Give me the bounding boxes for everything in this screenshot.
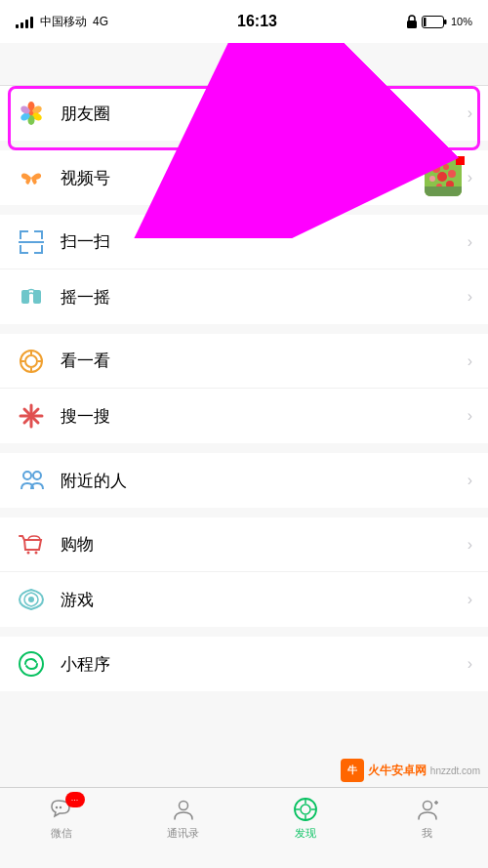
menu-item-miniprogram[interactable]: 小程序 › bbox=[0, 637, 488, 691]
nearby-icon bbox=[16, 465, 47, 496]
svg-point-13 bbox=[432, 165, 440, 173]
page-title: 发现 bbox=[227, 53, 261, 75]
menu-content: 朋友圈 › 视频号 bbox=[0, 86, 488, 787]
menu-group-nearby: 附近的人 › bbox=[0, 453, 488, 508]
carrier-label: 中国移动 bbox=[40, 14, 87, 30]
svg-point-49 bbox=[59, 806, 61, 808]
svg-point-48 bbox=[55, 806, 57, 808]
watermark-logo: 牛 bbox=[341, 759, 364, 782]
miniprogram-right: › bbox=[468, 655, 472, 673]
shopping-icon bbox=[16, 529, 47, 560]
menu-group-miniprogram: 小程序 › bbox=[0, 637, 488, 691]
network-label: 4G bbox=[93, 15, 108, 28]
look-chevron: › bbox=[468, 352, 472, 370]
look-icon bbox=[16, 346, 47, 377]
look-label: 看一看 bbox=[61, 350, 468, 372]
tab-bar: ··· 微信 通讯录 发现 bbox=[0, 787, 488, 868]
moments-icon bbox=[16, 98, 47, 129]
menu-item-scan[interactable]: 扫一扫 › bbox=[0, 215, 488, 269]
tab-item-me[interactable]: 我 bbox=[366, 796, 488, 841]
search-label: 搜一搜 bbox=[61, 405, 468, 428]
channels-icon bbox=[16, 162, 47, 193]
tab-item-discover[interactable]: 发现 bbox=[244, 796, 366, 841]
status-bar: 中国移动 4G 16:13 10% bbox=[0, 0, 488, 43]
svg-point-47 bbox=[20, 652, 43, 676]
menu-item-channels[interactable]: 视频号 bbox=[0, 150, 488, 205]
shake-chevron: › bbox=[468, 288, 472, 306]
me-tab-icon bbox=[414, 796, 441, 823]
svg-point-42 bbox=[23, 472, 31, 479]
nearby-right: › bbox=[468, 472, 472, 489]
channels-label: 视频号 bbox=[61, 167, 425, 189]
channels-chevron: › bbox=[468, 169, 472, 186]
svg-point-50 bbox=[179, 802, 187, 810]
menu-item-look[interactable]: 看一看 › bbox=[0, 334, 488, 389]
shopping-chevron: › bbox=[468, 536, 472, 554]
status-left: 中国移动 4G bbox=[16, 14, 108, 30]
nearby-label: 附近的人 bbox=[61, 470, 468, 492]
games-chevron: › bbox=[468, 591, 472, 608]
miniprogram-icon bbox=[16, 648, 47, 680]
svg-rect-28 bbox=[41, 245, 43, 254]
search-chevron: › bbox=[468, 407, 472, 425]
menu-group-scan-shake: 扫一扫 › 摇一摇 › bbox=[0, 215, 488, 324]
status-time: 16:13 bbox=[237, 13, 277, 30]
watermark-url: hnzzdt.com bbox=[430, 765, 480, 776]
games-right: › bbox=[468, 591, 472, 608]
search-right: › bbox=[468, 407, 472, 425]
svg-rect-0 bbox=[407, 21, 417, 28]
svg-point-57 bbox=[423, 802, 431, 810]
moments-label: 朋友圈 bbox=[61, 103, 468, 125]
search-icon bbox=[16, 400, 47, 432]
svg-point-45 bbox=[35, 551, 38, 554]
shake-icon bbox=[16, 281, 47, 312]
scan-icon bbox=[16, 227, 47, 258]
menu-item-nearby[interactable]: 附近的人 › bbox=[0, 453, 488, 508]
channels-badge bbox=[456, 156, 465, 165]
wechat-tab-icon: ··· bbox=[48, 796, 75, 823]
menu-item-search[interactable]: 搜一搜 › bbox=[0, 389, 488, 443]
wechat-tab-label: 微信 bbox=[51, 826, 72, 841]
wechat-badge: ··· bbox=[65, 792, 85, 807]
scan-chevron: › bbox=[468, 233, 472, 251]
menu-group-look-search: 看一看 › 搜一搜 › bbox=[0, 334, 488, 443]
svg-point-46 bbox=[28, 597, 34, 602]
svg-rect-26 bbox=[20, 245, 21, 254]
svg-rect-20 bbox=[425, 186, 462, 196]
svg-rect-24 bbox=[41, 230, 43, 239]
battery-icon bbox=[422, 16, 447, 28]
shake-right: › bbox=[468, 288, 472, 306]
svg-rect-22 bbox=[20, 230, 21, 239]
me-tab-label: 我 bbox=[422, 826, 432, 841]
shake-label: 摇一摇 bbox=[61, 286, 468, 309]
svg-point-43 bbox=[33, 472, 41, 479]
games-label: 游戏 bbox=[61, 589, 468, 611]
menu-group-channels: 视频号 bbox=[0, 150, 488, 205]
menu-group-moments: 朋友圈 › bbox=[0, 86, 488, 141]
nearby-chevron: › bbox=[468, 472, 472, 489]
svg-point-16 bbox=[437, 172, 447, 182]
svg-point-44 bbox=[27, 551, 30, 554]
svg-rect-3 bbox=[444, 20, 447, 24]
shopping-right: › bbox=[468, 536, 472, 554]
contacts-tab-label: 通讯录 bbox=[167, 826, 199, 841]
menu-item-shopping[interactable]: 购物 › bbox=[0, 517, 488, 572]
channels-right: › bbox=[425, 159, 472, 196]
status-right: 10% bbox=[406, 15, 472, 28]
menu-item-shake[interactable]: 摇一摇 › bbox=[0, 269, 488, 324]
signal-icon bbox=[16, 15, 33, 28]
menu-group-shopping-games: 购物 › 游戏 › bbox=[0, 517, 488, 627]
tab-item-contacts[interactable]: 通讯录 bbox=[122, 796, 244, 841]
menu-item-moments[interactable]: 朋友圈 › bbox=[0, 86, 488, 141]
watermark-text: 火牛安卓网 bbox=[368, 763, 427, 779]
discover-tab-label: 发现 bbox=[295, 826, 316, 841]
tab-item-wechat[interactable]: ··· 微信 bbox=[0, 796, 122, 841]
svg-point-17 bbox=[448, 170, 456, 178]
svg-rect-2 bbox=[424, 18, 427, 26]
menu-item-games[interactable]: 游戏 › bbox=[0, 572, 488, 627]
svg-rect-31 bbox=[33, 290, 41, 304]
miniprogram-chevron: › bbox=[468, 655, 472, 673]
moments-right: › bbox=[468, 104, 472, 122]
svg-point-15 bbox=[429, 176, 435, 182]
games-icon bbox=[16, 584, 47, 615]
